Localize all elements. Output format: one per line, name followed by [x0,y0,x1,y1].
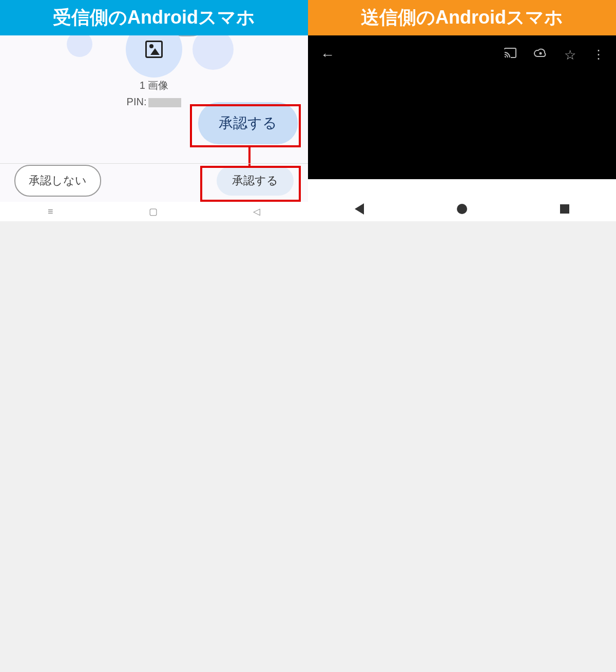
star-icon[interactable]: ☆ [564,47,576,63]
highlight-approve-secondary [200,166,301,202]
nav-bar [308,197,616,221]
cloud-icon[interactable] [533,47,548,63]
nav-back-icon[interactable]: ◁ [253,206,260,217]
nav-back-icon[interactable] [355,203,364,215]
pin-masked [148,98,181,107]
nearby-share-sheet: ニアバイシェア AQUOS sense4 lite から [0,35,308,221]
decline-button[interactable]: 承認しない [14,165,101,197]
image-count-label: 1 画像 [15,77,293,93]
svg-point-8 [540,52,542,54]
cast-icon[interactable] [504,47,517,63]
nearby-share-send-sheet: ニアバイシェア ✓ OPPO Reno5 A チェックが入れば送信完了 完了 [313,180,611,197]
highlight-approve [190,104,301,147]
nav-bar: ≡ ▢ ◁ [0,202,308,221]
receiver-header: 受信側のAndroidスマホ [0,0,308,35]
sender-phone: ← ☆ ⋮ ニアバイシェア ✓ OPPO [308,35,616,221]
photo-viewer-background: ← ☆ ⋮ [308,35,616,179]
nav-recent-icon[interactable]: ≡ [48,206,53,217]
nav-home-icon[interactable]: ▢ [149,206,158,217]
receiver-phone: G 20:38 ⟳ 快晴 20℃ ☀ 10月24日(火) [0,35,308,221]
more-icon[interactable]: ⋮ [592,47,604,63]
back-icon[interactable]: ← [320,47,335,63]
nav-recent-icon[interactable] [560,204,569,214]
image-type-icon [126,35,182,78]
nav-home-icon[interactable] [457,204,467,214]
animation-graphic [15,35,293,75]
sender-header: 送信側のAndroidスマホ [308,0,616,35]
